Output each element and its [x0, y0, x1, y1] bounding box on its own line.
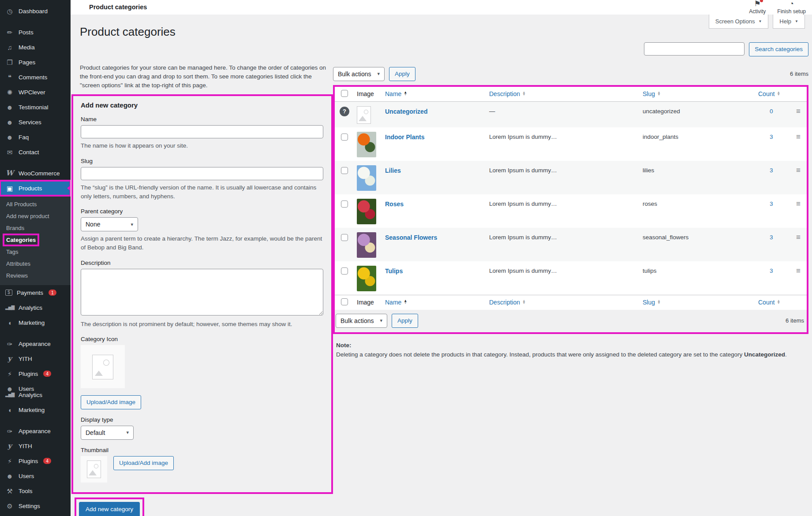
- description-textarea[interactable]: [81, 269, 323, 316]
- column-header-count[interactable]: Count▲▼: [758, 299, 793, 306]
- products-icon: ▣: [5, 185, 14, 192]
- sidebar-item-analytics[interactable]: ▂▅▇Analytics: [0, 300, 71, 315]
- sidebar-item-woocommerce[interactable]: WWooCommerce: [0, 166, 71, 181]
- sidebar-subitem-attributes[interactable]: Attributes: [0, 258, 71, 270]
- drag-handle-icon[interactable]: ≡: [796, 133, 801, 141]
- row-select-cell: [335, 234, 357, 242]
- sidebar-item-pages[interactable]: ❐Pages: [0, 55, 71, 70]
- drag-handle-icon[interactable]: ≡: [796, 200, 801, 208]
- row-checkbox[interactable]: [341, 234, 348, 241]
- sidebar-item-dashboard[interactable]: ◷Dashboard: [0, 4, 71, 19]
- category-count-link[interactable]: 3: [770, 134, 773, 140]
- topbar-title: Product categories: [89, 4, 147, 11]
- apply-button[interactable]: Apply: [389, 67, 415, 81]
- drag-handle-icon[interactable]: ≡: [796, 233, 801, 242]
- row-checkbox[interactable]: [341, 167, 348, 174]
- column-header-description[interactable]: Description▲▼: [489, 90, 643, 97]
- column-header-count[interactable]: Count▲▼: [758, 90, 793, 97]
- row-checkbox[interactable]: [341, 134, 348, 141]
- search-categories-button[interactable]: Search categories: [749, 42, 808, 56]
- row-count-cell: 3: [758, 167, 793, 174]
- sidebar-item-faq[interactable]: ☻Faq: [0, 130, 71, 145]
- table-row: RosesLorem Ipsum is dummy…roses3≡: [335, 194, 807, 228]
- sidebar-item-wpclever[interactable]: ✺WPClever: [0, 85, 71, 100]
- select-all-checkbox[interactable]: [341, 90, 348, 97]
- column-header-name[interactable]: Name▲▼: [385, 90, 489, 97]
- sidebar-subitem-label: Tags: [5, 248, 19, 256]
- sidebar-subitem-all-products[interactable]: All Products: [0, 198, 71, 210]
- slug-input[interactable]: [81, 167, 323, 180]
- sidebar-item-services[interactable]: ☻Services: [0, 115, 71, 130]
- add-new-category-button[interactable]: Add new category: [79, 502, 140, 516]
- bulk-actions-select[interactable]: Bulk actions ▾: [333, 67, 385, 81]
- category-count-link[interactable]: 3: [770, 267, 773, 274]
- display-type-select[interactable]: Default ▾: [81, 426, 134, 440]
- sidebar-item-marketing[interactable]: ◖Marketing: [0, 315, 71, 330]
- category-count-link[interactable]: 0: [770, 108, 773, 115]
- help-button[interactable]: Help ▼: [773, 15, 805, 29]
- sidebar-item-comments[interactable]: ❝Comments: [0, 70, 71, 85]
- name-input[interactable]: [81, 125, 323, 138]
- activity-button[interactable]: ⚑ Activity: [749, 0, 766, 15]
- column-header-slug[interactable]: Slug▲▼: [643, 90, 758, 97]
- sidebar-subitem-brands[interactable]: Brands: [0, 222, 71, 234]
- category-count-link[interactable]: 3: [770, 200, 773, 207]
- category-name-link[interactable]: Seasonal Flowers: [385, 234, 437, 241]
- sidebar-item-users-2[interactable]: ☻Users: [0, 468, 71, 483]
- sidebar-item-analytics-2[interactable]: ▂▅▇Analytics: [0, 387, 71, 402]
- upload-category-icon-button[interactable]: Upload/Add image: [81, 395, 141, 409]
- upload-thumbnail-button[interactable]: Upload/Add image: [113, 456, 174, 470]
- sidebar-subitem-add-new-product[interactable]: Add new product: [0, 210, 71, 222]
- category-count-link[interactable]: 3: [770, 234, 773, 241]
- activity-label: Activity: [749, 8, 766, 15]
- parent-category-select[interactable]: None ▾: [81, 217, 138, 231]
- sidebar-item-products[interactable]: ▣Products: [0, 181, 71, 196]
- category-name-link[interactable]: Lilies: [385, 167, 401, 174]
- plugins-icon: ⚡: [5, 371, 14, 377]
- sidebar-item-appearance[interactable]: ✑Appearance: [0, 336, 71, 351]
- sidebar-item-appearance-2[interactable]: ✑Appearance: [0, 423, 71, 438]
- sidebar-item-payments[interactable]: $Payments1: [0, 285, 71, 300]
- table-row: Seasonal FlowersLorem Ipsum is dummy…sea…: [335, 228, 807, 261]
- sidebar-subitem-tags[interactable]: Tags: [0, 246, 71, 258]
- column-header-name[interactable]: Name▲▼: [385, 299, 489, 306]
- apply-button[interactable]: Apply: [392, 314, 418, 328]
- sidebar-item-label: Pages: [19, 59, 35, 66]
- drag-handle-icon[interactable]: ≡: [796, 166, 801, 175]
- right-column: Search categories Bulk actions ▾ Apply 6…: [333, 39, 812, 516]
- sidebar-item-posts[interactable]: ✏Posts: [0, 25, 71, 40]
- drag-handle-icon[interactable]: ≡: [796, 267, 801, 275]
- column-header-description[interactable]: Description▲▼: [489, 299, 643, 306]
- category-name-link[interactable]: Indoor Plants: [385, 134, 424, 141]
- sidebar-item-testimonial[interactable]: ☻Testimonial: [0, 100, 71, 115]
- row-slug-cell: roses: [643, 200, 758, 207]
- row-checkbox[interactable]: [341, 267, 348, 275]
- category-name-link[interactable]: Roses: [385, 200, 404, 208]
- drag-handle-icon[interactable]: ≡: [796, 107, 801, 116]
- category-name-link[interactable]: Tulips: [385, 267, 403, 275]
- sidebar-item-plugins-2[interactable]: ⚡Plugins4: [0, 453, 71, 468]
- row-checkbox[interactable]: [341, 200, 348, 208]
- sidebar-item-marketing-2[interactable]: ◖Marketing: [0, 402, 71, 417]
- sidebar-item-yith[interactable]: yYITH: [0, 351, 71, 366]
- sidebar-subitem-reviews[interactable]: Reviews: [0, 270, 71, 282]
- category-count-link[interactable]: 3: [770, 167, 773, 174]
- screen-options-button[interactable]: Screen Options ▼: [709, 15, 769, 29]
- sidebar-item-contact[interactable]: ✉Contact: [0, 145, 71, 160]
- sidebar-item-plugins[interactable]: ⚡Plugins4: [0, 366, 71, 381]
- select-all-checkbox[interactable]: [341, 298, 348, 305]
- sidebar-subitem-categories[interactable]: Categories: [0, 234, 71, 246]
- sidebar-item-settings[interactable]: ⚙Settings: [0, 498, 71, 513]
- column-header-slug[interactable]: Slug▲▼: [643, 299, 758, 306]
- sidebar-item-label: Media: [19, 44, 35, 51]
- table-row: LiliesLorem Ipsum is dummy…lilies3≡: [335, 161, 807, 194]
- search-input[interactable]: [644, 42, 745, 56]
- category-name-link[interactable]: Uncategorized: [385, 108, 427, 115]
- sidebar-item-label: Plugins: [19, 458, 38, 464]
- sort-arrows-icon: ▲▼: [522, 300, 526, 304]
- sidebar-item-yith-2[interactable]: yYITH: [0, 438, 71, 453]
- finish-setup-button[interactable]: ◔ Finish setup: [777, 0, 806, 15]
- bulk-actions-select[interactable]: Bulk actions ▾: [336, 314, 387, 328]
- sidebar-item-tools[interactable]: ⚒Tools: [0, 483, 71, 498]
- sidebar-item-media[interactable]: ♫Media: [0, 40, 71, 55]
